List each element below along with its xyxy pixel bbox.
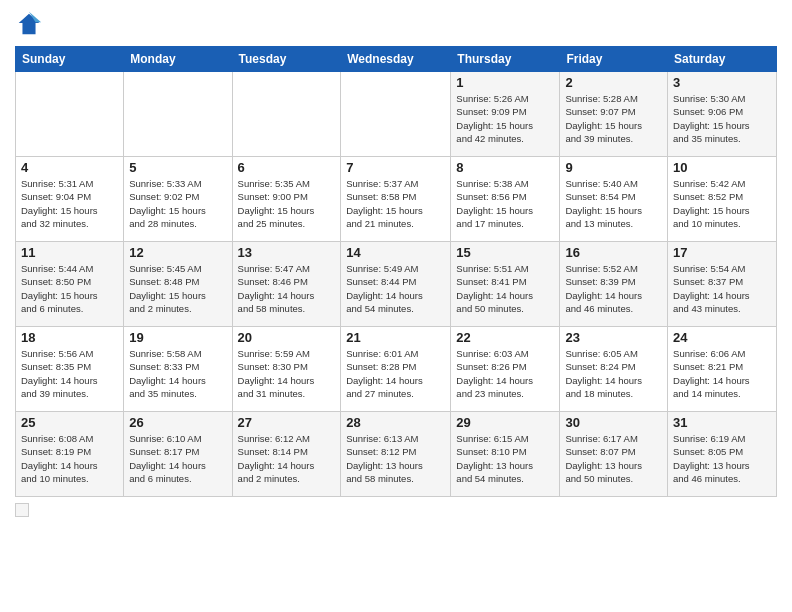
day-info: Sunrise: 5:35 AM Sunset: 9:00 PM Dayligh… <box>238 177 336 230</box>
weekday-header-saturday: Saturday <box>668 47 777 72</box>
calendar-cell: 21Sunrise: 6:01 AM Sunset: 8:28 PM Dayli… <box>341 327 451 412</box>
day-number: 13 <box>238 245 336 260</box>
calendar-week-2: 4Sunrise: 5:31 AM Sunset: 9:04 PM Daylig… <box>16 157 777 242</box>
day-number: 10 <box>673 160 771 175</box>
weekday-header-monday: Monday <box>124 47 232 72</box>
day-number: 27 <box>238 415 336 430</box>
day-number: 21 <box>346 330 445 345</box>
day-info: Sunrise: 5:33 AM Sunset: 9:02 PM Dayligh… <box>129 177 226 230</box>
day-number: 17 <box>673 245 771 260</box>
day-number: 19 <box>129 330 226 345</box>
day-info: Sunrise: 6:12 AM Sunset: 8:14 PM Dayligh… <box>238 432 336 485</box>
calendar-cell: 31Sunrise: 6:19 AM Sunset: 8:05 PM Dayli… <box>668 412 777 497</box>
calendar-cell: 15Sunrise: 5:51 AM Sunset: 8:41 PM Dayli… <box>451 242 560 327</box>
day-number: 29 <box>456 415 554 430</box>
day-number: 24 <box>673 330 771 345</box>
day-number: 11 <box>21 245 118 260</box>
day-info: Sunrise: 5:47 AM Sunset: 8:46 PM Dayligh… <box>238 262 336 315</box>
day-number: 14 <box>346 245 445 260</box>
day-info: Sunrise: 6:03 AM Sunset: 8:26 PM Dayligh… <box>456 347 554 400</box>
calendar-cell: 17Sunrise: 5:54 AM Sunset: 8:37 PM Dayli… <box>668 242 777 327</box>
day-number: 31 <box>673 415 771 430</box>
calendar-cell: 19Sunrise: 5:58 AM Sunset: 8:33 PM Dayli… <box>124 327 232 412</box>
day-info: Sunrise: 5:37 AM Sunset: 8:58 PM Dayligh… <box>346 177 445 230</box>
weekday-header-friday: Friday <box>560 47 668 72</box>
calendar-cell: 8Sunrise: 5:38 AM Sunset: 8:56 PM Daylig… <box>451 157 560 242</box>
day-info: Sunrise: 6:17 AM Sunset: 8:07 PM Dayligh… <box>565 432 662 485</box>
day-info: Sunrise: 5:30 AM Sunset: 9:06 PM Dayligh… <box>673 92 771 145</box>
weekday-header-sunday: Sunday <box>16 47 124 72</box>
daylight-legend-box <box>15 503 29 517</box>
day-info: Sunrise: 5:40 AM Sunset: 8:54 PM Dayligh… <box>565 177 662 230</box>
calendar-cell: 6Sunrise: 5:35 AM Sunset: 9:00 PM Daylig… <box>232 157 341 242</box>
day-info: Sunrise: 5:45 AM Sunset: 8:48 PM Dayligh… <box>129 262 226 315</box>
calendar-cell: 5Sunrise: 5:33 AM Sunset: 9:02 PM Daylig… <box>124 157 232 242</box>
calendar-cell: 14Sunrise: 5:49 AM Sunset: 8:44 PM Dayli… <box>341 242 451 327</box>
day-number: 15 <box>456 245 554 260</box>
day-info: Sunrise: 5:42 AM Sunset: 8:52 PM Dayligh… <box>673 177 771 230</box>
calendar-cell: 9Sunrise: 5:40 AM Sunset: 8:54 PM Daylig… <box>560 157 668 242</box>
day-info: Sunrise: 5:52 AM Sunset: 8:39 PM Dayligh… <box>565 262 662 315</box>
calendar-cell: 10Sunrise: 5:42 AM Sunset: 8:52 PM Dayli… <box>668 157 777 242</box>
day-info: Sunrise: 6:08 AM Sunset: 8:19 PM Dayligh… <box>21 432 118 485</box>
svg-marker-0 <box>19 14 40 35</box>
weekday-row: SundayMondayTuesdayWednesdayThursdayFrid… <box>16 47 777 72</box>
calendar-cell: 24Sunrise: 6:06 AM Sunset: 8:21 PM Dayli… <box>668 327 777 412</box>
day-info: Sunrise: 6:19 AM Sunset: 8:05 PM Dayligh… <box>673 432 771 485</box>
day-info: Sunrise: 6:06 AM Sunset: 8:21 PM Dayligh… <box>673 347 771 400</box>
page: SundayMondayTuesdayWednesdayThursdayFrid… <box>0 0 792 612</box>
calendar-cell: 27Sunrise: 6:12 AM Sunset: 8:14 PM Dayli… <box>232 412 341 497</box>
day-number: 3 <box>673 75 771 90</box>
day-info: Sunrise: 6:13 AM Sunset: 8:12 PM Dayligh… <box>346 432 445 485</box>
calendar-cell: 13Sunrise: 5:47 AM Sunset: 8:46 PM Dayli… <box>232 242 341 327</box>
header <box>15 10 777 38</box>
calendar-week-3: 11Sunrise: 5:44 AM Sunset: 8:50 PM Dayli… <box>16 242 777 327</box>
day-number: 9 <box>565 160 662 175</box>
calendar-cell: 18Sunrise: 5:56 AM Sunset: 8:35 PM Dayli… <box>16 327 124 412</box>
calendar-cell: 12Sunrise: 5:45 AM Sunset: 8:48 PM Dayli… <box>124 242 232 327</box>
day-number: 5 <box>129 160 226 175</box>
calendar-cell: 20Sunrise: 5:59 AM Sunset: 8:30 PM Dayli… <box>232 327 341 412</box>
calendar-header: SundayMondayTuesdayWednesdayThursdayFrid… <box>16 47 777 72</box>
day-number: 2 <box>565 75 662 90</box>
day-info: Sunrise: 5:38 AM Sunset: 8:56 PM Dayligh… <box>456 177 554 230</box>
day-number: 22 <box>456 330 554 345</box>
day-info: Sunrise: 6:15 AM Sunset: 8:10 PM Dayligh… <box>456 432 554 485</box>
calendar-cell: 29Sunrise: 6:15 AM Sunset: 8:10 PM Dayli… <box>451 412 560 497</box>
logo-icon <box>15 10 43 38</box>
day-number: 7 <box>346 160 445 175</box>
day-info: Sunrise: 5:44 AM Sunset: 8:50 PM Dayligh… <box>21 262 118 315</box>
calendar-cell <box>16 72 124 157</box>
weekday-header-wednesday: Wednesday <box>341 47 451 72</box>
calendar-cell: 1Sunrise: 5:26 AM Sunset: 9:09 PM Daylig… <box>451 72 560 157</box>
day-info: Sunrise: 5:51 AM Sunset: 8:41 PM Dayligh… <box>456 262 554 315</box>
calendar-body: 1Sunrise: 5:26 AM Sunset: 9:09 PM Daylig… <box>16 72 777 497</box>
day-number: 16 <box>565 245 662 260</box>
footer <box>15 503 777 517</box>
weekday-header-tuesday: Tuesday <box>232 47 341 72</box>
calendar-week-1: 1Sunrise: 5:26 AM Sunset: 9:09 PM Daylig… <box>16 72 777 157</box>
day-number: 25 <box>21 415 118 430</box>
calendar-cell: 11Sunrise: 5:44 AM Sunset: 8:50 PM Dayli… <box>16 242 124 327</box>
day-info: Sunrise: 5:58 AM Sunset: 8:33 PM Dayligh… <box>129 347 226 400</box>
calendar-cell: 22Sunrise: 6:03 AM Sunset: 8:26 PM Dayli… <box>451 327 560 412</box>
calendar-cell: 2Sunrise: 5:28 AM Sunset: 9:07 PM Daylig… <box>560 72 668 157</box>
day-info: Sunrise: 6:01 AM Sunset: 8:28 PM Dayligh… <box>346 347 445 400</box>
weekday-header-thursday: Thursday <box>451 47 560 72</box>
calendar-cell <box>232 72 341 157</box>
day-number: 4 <box>21 160 118 175</box>
calendar-cell: 26Sunrise: 6:10 AM Sunset: 8:17 PM Dayli… <box>124 412 232 497</box>
calendar-cell: 16Sunrise: 5:52 AM Sunset: 8:39 PM Dayli… <box>560 242 668 327</box>
calendar-week-5: 25Sunrise: 6:08 AM Sunset: 8:19 PM Dayli… <box>16 412 777 497</box>
day-number: 28 <box>346 415 445 430</box>
day-number: 20 <box>238 330 336 345</box>
calendar-table: SundayMondayTuesdayWednesdayThursdayFrid… <box>15 46 777 497</box>
day-info: Sunrise: 5:31 AM Sunset: 9:04 PM Dayligh… <box>21 177 118 230</box>
day-number: 18 <box>21 330 118 345</box>
day-number: 6 <box>238 160 336 175</box>
calendar-cell: 23Sunrise: 6:05 AM Sunset: 8:24 PM Dayli… <box>560 327 668 412</box>
calendar-cell <box>124 72 232 157</box>
logo <box>15 10 47 38</box>
day-number: 12 <box>129 245 226 260</box>
day-info: Sunrise: 5:28 AM Sunset: 9:07 PM Dayligh… <box>565 92 662 145</box>
